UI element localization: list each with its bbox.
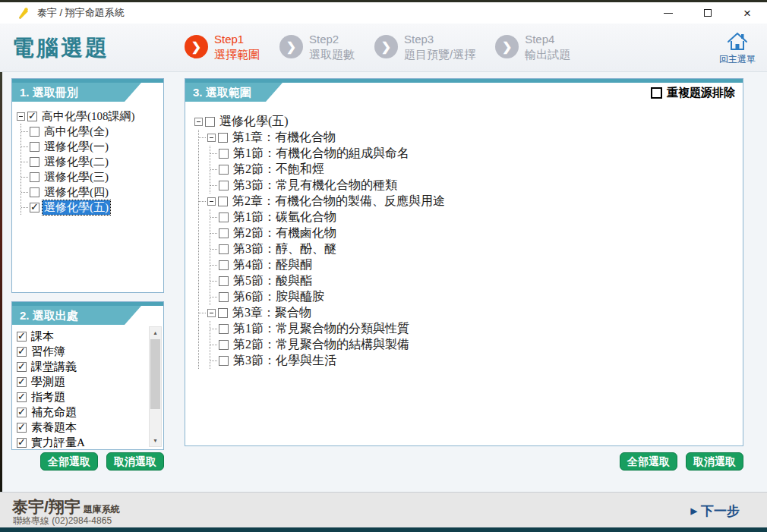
dedupe-checkbox[interactable] — [651, 87, 662, 99]
checkbox[interactable] — [218, 308, 228, 318]
source-label[interactable]: 課本 — [30, 329, 55, 344]
close-button[interactable]: × — [728, 2, 767, 24]
tree-item-label[interactable]: 選修化學(四) — [43, 185, 110, 200]
tree-item[interactable]: 選修化學(五) — [194, 114, 743, 130]
tree-item[interactable]: 第2節：常見聚合物的結構與製備 — [210, 337, 743, 353]
source-item[interactable]: 習作簿 — [17, 344, 163, 359]
tree-item[interactable]: 高中化學(全) — [21, 124, 162, 139]
tree-item[interactable]: 第3節：常見有機化合物的種類 — [210, 178, 743, 194]
step-3[interactable]: ❯ Step3 題目預覽/選擇 — [374, 32, 475, 61]
tree-item-label[interactable]: 第3節：醇、酚、醚 — [232, 241, 338, 257]
tree-item-label[interactable]: 第1節：常見聚合物的分類與性質 — [232, 321, 411, 337]
checkbox[interactable] — [219, 276, 229, 286]
tree-item[interactable]: 第1節：常見聚合物的分類與性質 — [210, 321, 743, 337]
checkbox[interactable] — [219, 181, 229, 190]
checkbox[interactable] — [17, 423, 27, 433]
checkbox[interactable] — [219, 228, 229, 238]
tree-item-label[interactable]: 第2節：有機鹵化物 — [232, 225, 338, 241]
tree-item-label[interactable]: 第4節：醛與酮 — [232, 257, 314, 273]
checkbox[interactable] — [205, 117, 215, 127]
tree-item-label[interactable]: 高中化學(全) — [43, 124, 110, 139]
checkbox[interactable] — [218, 133, 228, 143]
checkbox[interactable] — [17, 362, 27, 372]
checkbox[interactable] — [27, 112, 37, 121]
source-label[interactable]: 習作簿 — [30, 345, 67, 359]
source-label[interactable]: 學測題 — [30, 375, 67, 389]
maximize-button[interactable] — [688, 2, 728, 24]
checkbox[interactable] — [219, 356, 229, 366]
tree-item[interactable]: 第5節：酸與酯 — [210, 273, 743, 289]
source-label[interactable]: 實力評量A — [30, 436, 87, 449]
tree-item[interactable]: 選修化學(二) — [21, 154, 162, 169]
tree-item-label[interactable]: 選修化學(一) — [43, 140, 110, 154]
tree-item-label[interactable]: 第3節：化學與生活 — [232, 353, 338, 369]
step-2[interactable]: ❯ Step2 選取題數 — [279, 32, 355, 61]
tree-item-label[interactable]: 選修化學(五) — [43, 200, 110, 215]
checkbox[interactable] — [219, 340, 229, 350]
tree-item[interactable]: 第3節：醇、酚、醚 — [210, 241, 743, 257]
tree-item[interactable]: 第3節：化學與生活 — [210, 353, 743, 369]
checkbox[interactable] — [30, 127, 39, 137]
checkbox[interactable] — [219, 244, 229, 254]
tree-item-label[interactable]: 第5節：酸與酯 — [232, 273, 314, 289]
scroll-up-icon[interactable]: ▴ — [150, 327, 161, 338]
source-item[interactable]: 補充命題 — [17, 405, 163, 420]
tree-item-selected[interactable]: 選修化學(五) — [21, 200, 162, 215]
tree-item[interactable]: 第1節：碳氫化合物 — [210, 209, 743, 225]
tree-item-label[interactable]: 第2節：常見聚合物的結構與製備 — [232, 337, 411, 353]
tree-item-label[interactable]: 第2章：有機化合物的製備、反應與用途 — [231, 194, 447, 209]
tree-item[interactable]: 第1章：有機化合物 — [199, 130, 743, 146]
scroll-thumb[interactable] — [150, 339, 160, 409]
checkbox[interactable] — [218, 197, 228, 206]
checkbox[interactable] — [30, 172, 39, 182]
tree-item[interactable]: 選修化學(三) — [21, 169, 162, 184]
sources-select-all-button[interactable]: 全部選取 — [40, 452, 98, 471]
checkbox[interactable] — [17, 332, 27, 342]
tree-item[interactable]: 第2章：有機化合物的製備、反應與用途 — [199, 194, 743, 209]
tree-item-label[interactable]: 第3節：常見有機化合物的種類 — [232, 178, 399, 194]
tree-item[interactable]: 高中化學(108課綱) — [17, 109, 162, 124]
tree-item[interactable]: 選修化學(一) — [21, 139, 162, 154]
collapse-icon[interactable] — [207, 197, 216, 206]
source-item[interactable]: 實力評量A — [17, 435, 163, 449]
home-button[interactable]: 回主選單 — [714, 27, 761, 70]
tree-item[interactable]: 第2節：有機鹵化物 — [210, 225, 743, 241]
source-item[interactable]: 學測題 — [17, 374, 163, 389]
checkbox[interactable] — [219, 149, 229, 159]
checkbox[interactable] — [30, 187, 39, 197]
step-1[interactable]: ❯ Step1 選擇範圍 — [185, 32, 260, 61]
step-4[interactable]: ❯ Step4 輸出試題 — [495, 32, 570, 61]
collapse-icon[interactable] — [207, 309, 216, 317]
scope-deselect-button[interactable]: 取消選取 — [686, 452, 743, 471]
tree-item-label[interactable]: 高中化學(108課綱) — [40, 109, 137, 124]
tree-item-label[interactable]: 第3章：聚合物 — [231, 305, 313, 321]
checkbox[interactable] — [30, 157, 39, 167]
tree-item-label[interactable]: 第6節：胺與醯胺 — [232, 289, 326, 305]
tree-item-label[interactable]: 第2節：不飽和烴 — [232, 162, 326, 178]
tree-item[interactable]: 第1節：有機化合物的組成與命名 — [210, 146, 743, 162]
next-step-button[interactable]: ▶ 下一步 — [691, 502, 740, 520]
checkbox[interactable] — [219, 212, 229, 222]
tree-item[interactable]: 選修化學(四) — [21, 184, 162, 200]
collapse-icon[interactable] — [194, 118, 203, 126]
dedupe-checkbox-row[interactable]: 重複題源排除 — [651, 86, 735, 100]
checkbox[interactable] — [219, 165, 229, 175]
checkbox[interactable] — [219, 260, 229, 270]
scroll-down-icon[interactable]: ▾ — [150, 435, 161, 446]
source-item[interactable]: 課本 — [17, 329, 163, 344]
checkbox[interactable] — [17, 438, 27, 448]
tree-item[interactable]: 第6節：胺與醯胺 — [210, 289, 743, 305]
checkbox[interactable] — [17, 408, 27, 417]
tree-item-label[interactable]: 第1章：有機化合物 — [231, 130, 337, 146]
source-label[interactable]: 素養題本 — [30, 420, 78, 435]
tree-item-label[interactable]: 第1節：有機化合物的組成與命名 — [232, 146, 411, 162]
tree-item-label[interactable]: 選修化學(二) — [43, 155, 110, 169]
tree-item[interactable]: 第2節：不飽和烴 — [210, 162, 743, 178]
source-scrollbar[interactable]: ▴ ▾ — [149, 326, 162, 447]
checkbox[interactable] — [219, 292, 229, 302]
scope-select-all-button[interactable]: 全部選取 — [620, 452, 677, 471]
sources-deselect-button[interactable]: 取消選取 — [106, 452, 164, 471]
tree-item[interactable]: 第4節：醛與酮 — [210, 257, 743, 273]
source-label[interactable]: 課堂講義 — [30, 360, 78, 374]
source-label[interactable]: 指考題 — [30, 390, 67, 405]
